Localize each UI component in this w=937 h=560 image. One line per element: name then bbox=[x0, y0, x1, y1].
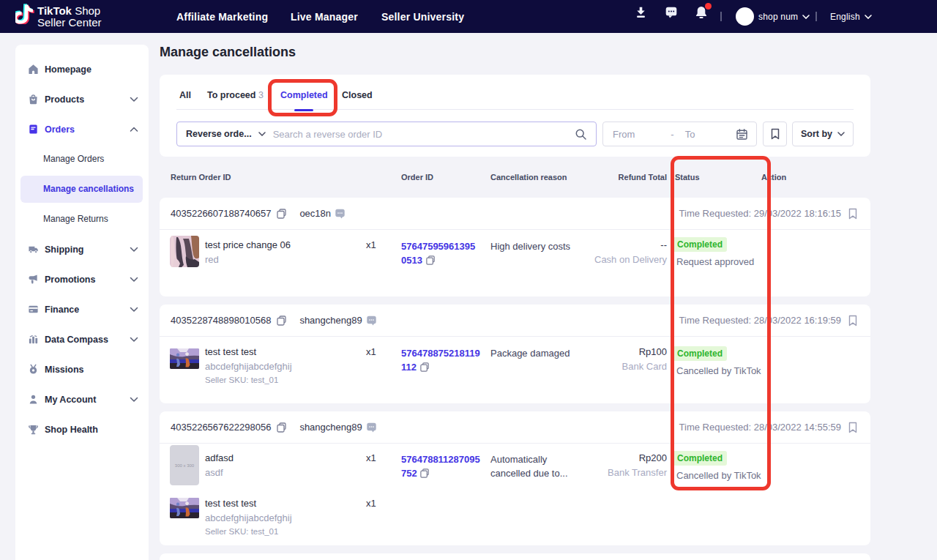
svg-text:300 x 300: 300 x 300 bbox=[175, 463, 195, 468]
